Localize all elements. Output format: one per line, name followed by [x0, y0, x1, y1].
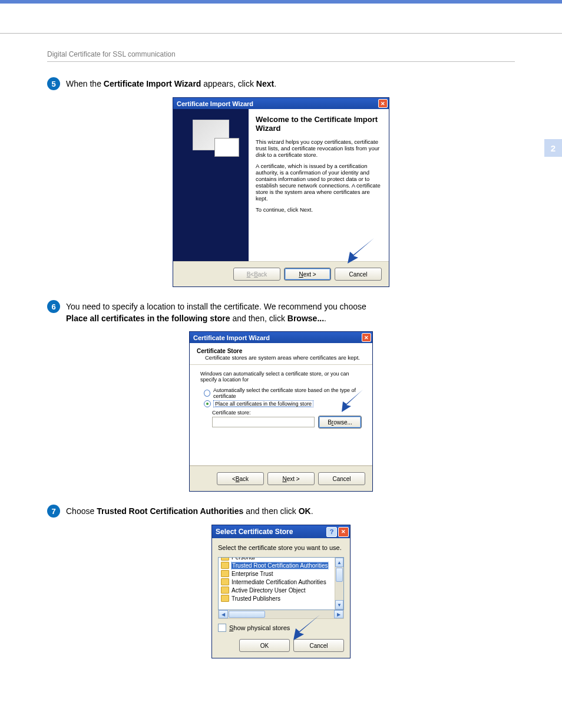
wizard-welcome-window: Certificate Import Wizard ✕ Welcome to t…: [173, 97, 389, 287]
step-7: 7 Choose Trusted Root Certification Auth…: [47, 506, 515, 518]
back-button: B< Back< Back: [233, 268, 280, 281]
folder-icon: [221, 595, 229, 602]
tree-item-trusted-root[interactable]: Trusted Root Certification Authorities: [220, 561, 333, 569]
tree-item-enterprise-trust[interactable]: Enterprise Trust: [220, 569, 333, 578]
text: appears, click: [201, 79, 256, 88]
vertical-scrollbar[interactable]: ▲ ▼: [335, 558, 343, 610]
titlebar: Certificate Import Wizard ✕: [190, 332, 372, 343]
text-bold: Certificate Import Wizard: [104, 79, 201, 88]
tree-item-ad-user-object[interactable]: Active Directory User Object: [220, 586, 333, 594]
wizard-store-window: Certificate Import Wizard ✕ Certificate …: [189, 331, 373, 492]
annotation-arrow-icon: [342, 235, 377, 265]
tree-item-trusted-publishers[interactable]: Trusted Publishers: [220, 594, 333, 602]
scroll-right-icon[interactable]: ▶: [334, 610, 343, 618]
text: .: [274, 79, 276, 88]
text-bold: Browse...: [287, 314, 324, 323]
help-icon[interactable]: ?: [326, 527, 337, 537]
folder-icon: [221, 570, 229, 577]
text: .: [311, 506, 313, 516]
wizard-paragraph: A certificate, which is issued by a cert…: [256, 163, 382, 202]
horizontal-scrollbar[interactable]: ◀ ▶: [218, 610, 344, 619]
text: .: [324, 314, 326, 323]
show-physical-stores-checkbox[interactable]: Show physical stores: [218, 624, 344, 632]
window-title: Select Certificate Store: [216, 528, 293, 536]
folder-icon: [221, 587, 229, 594]
text-bold: Next: [256, 79, 274, 88]
window-title: Certificate Import Wizard: [177, 100, 253, 107]
folder-icon: [221, 578, 229, 585]
checkbox-label: Show physical stores: [229, 624, 290, 631]
text-bold: Trusted Root Certification Authorities: [97, 506, 243, 516]
cancel-button[interactable]: Cancel: [335, 268, 382, 281]
next-button[interactable]: Next >: [284, 268, 331, 281]
radio-icon: [204, 390, 210, 397]
text-bold: Place all certificates in the following …: [66, 314, 230, 323]
wizard-heading: Welcome to the Certificate Import Wizard: [256, 115, 382, 133]
window-title: Certificate Import Wizard: [193, 334, 270, 341]
top-gap: [0, 4, 562, 34]
folder-icon: [221, 558, 229, 561]
wizard-sidebar-image: [173, 109, 249, 261]
close-icon[interactable]: ✕: [362, 333, 371, 342]
select-store-dialog: Select Certificate Store ? ✕ Select the …: [211, 525, 351, 658]
scroll-down-icon[interactable]: ▼: [335, 600, 343, 610]
certificate-graphic-icon: [193, 120, 229, 150]
ok-button[interactable]: OK: [239, 639, 290, 652]
close-icon[interactable]: ✕: [338, 527, 349, 537]
radio-icon: [204, 400, 211, 407]
section-divider: [47, 61, 515, 62]
step-5-text: When the Certificate Import Wizard appea…: [66, 78, 276, 90]
radio-label: Place all certificates in the following …: [214, 401, 313, 407]
wizard-paragraph: This wizard helps you copy certificates,…: [256, 139, 382, 158]
text: When the: [66, 79, 104, 88]
text: Choose: [66, 506, 97, 516]
step-5: 5 When the Certificate Import Wizard app…: [47, 78, 515, 90]
text: and then click: [243, 506, 298, 516]
browse-button[interactable]: Browse...: [318, 416, 362, 429]
section-header: Digital Certificate for SSL communicatio…: [47, 50, 515, 58]
wizard-intro-text: Windows can automatically select a certi…: [200, 371, 362, 383]
wizard-subtitle: Certificate Store: [197, 348, 365, 354]
scroll-left-icon[interactable]: ◀: [219, 610, 228, 618]
store-tree: Personal Trusted Root Certification Auth…: [218, 557, 344, 610]
folder-icon: [221, 562, 229, 569]
dialog-prompt: Select the certificate store you want to…: [218, 544, 344, 551]
text: You need to specify a location to instal…: [66, 302, 366, 311]
checkbox-icon: [218, 624, 226, 632]
step-number-badge: 7: [47, 505, 60, 518]
next-button[interactable]: Next >: [267, 472, 315, 485]
text: and then, click: [230, 314, 287, 323]
tree-item-intermediate-ca[interactable]: Intermediate Certification Authorities: [220, 578, 333, 586]
wizard-subdesc: Certificate stores are system areas wher…: [197, 354, 365, 361]
scroll-thumb[interactable]: [229, 611, 265, 618]
titlebar: Select Certificate Store ? ✕: [212, 525, 350, 538]
titlebar: Certificate Import Wizard ✕: [173, 98, 389, 109]
step-6: 6 You need to specify a location to inst…: [47, 301, 515, 324]
step-6-text: You need to specify a location to instal…: [66, 301, 366, 324]
step-number-badge: 6: [47, 300, 60, 313]
step-7-text: Choose Trusted Root Certification Author…: [66, 506, 313, 518]
cancel-button[interactable]: Cancel: [318, 472, 365, 485]
scroll-thumb[interactable]: [336, 568, 343, 582]
close-icon[interactable]: ✕: [378, 99, 388, 108]
step-number-badge: 5: [47, 77, 60, 90]
text-bold: OK: [299, 506, 311, 516]
annotation-arrow-icon: [337, 387, 365, 413]
annotation-arrow-icon: [287, 612, 323, 641]
wizard-paragraph: To continue, click Next.: [256, 206, 382, 213]
back-button[interactable]: < Back: [217, 472, 264, 485]
certificate-store-input[interactable]: [212, 417, 315, 427]
scroll-up-icon[interactable]: ▲: [335, 558, 343, 567]
